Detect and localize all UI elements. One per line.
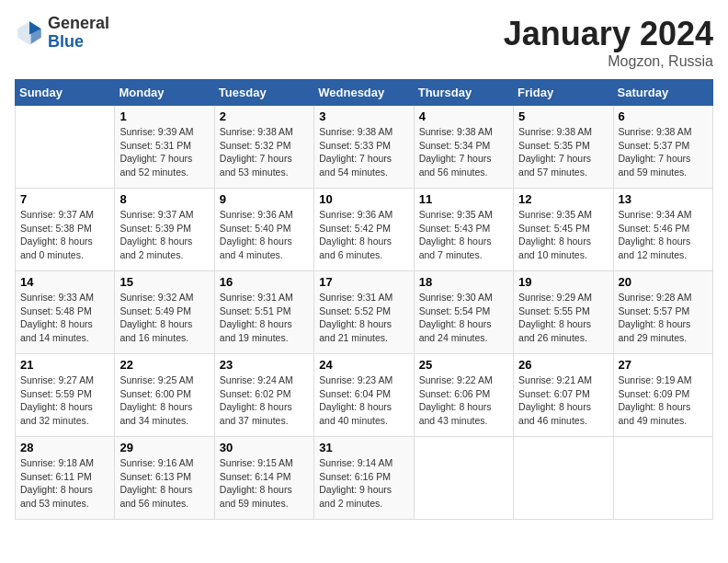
calendar-cell: 13Sunrise: 9:34 AM Sunset: 5:46 PM Dayli… bbox=[613, 189, 712, 271]
calendar-cell: 4Sunrise: 9:38 AM Sunset: 5:34 PM Daylig… bbox=[414, 106, 513, 189]
day-number: 28 bbox=[20, 441, 109, 454]
day-info: Sunrise: 9:31 AM Sunset: 5:51 PM Dayligh… bbox=[220, 291, 309, 345]
calendar-cell: 28Sunrise: 9:18 AM Sunset: 6:11 PM Dayli… bbox=[16, 437, 115, 520]
month-title: January 2024 bbox=[504, 15, 713, 53]
weekday-header: Monday bbox=[115, 80, 214, 106]
calendar-cell: 21Sunrise: 9:27 AM Sunset: 5:59 PM Dayli… bbox=[16, 354, 115, 437]
day-number: 17 bbox=[319, 275, 408, 289]
day-number: 15 bbox=[119, 275, 209, 289]
day-number: 11 bbox=[419, 192, 508, 206]
calendar-table: SundayMondayTuesdayWednesdayThursdayFrid… bbox=[15, 79, 713, 520]
day-number: 22 bbox=[119, 358, 209, 372]
day-number: 26 bbox=[518, 358, 608, 372]
calendar-cell: 14Sunrise: 9:33 AM Sunset: 5:48 PM Dayli… bbox=[16, 271, 115, 354]
day-info: Sunrise: 9:28 AM Sunset: 5:57 PM Dayligh… bbox=[619, 291, 708, 345]
weekday-header: Sunday bbox=[16, 80, 115, 106]
logo-icon bbox=[15, 18, 44, 48]
calendar-cell: 19Sunrise: 9:29 AM Sunset: 5:55 PM Dayli… bbox=[514, 271, 613, 354]
day-info: Sunrise: 9:15 AM Sunset: 6:14 PM Dayligh… bbox=[220, 456, 309, 511]
calendar-week-row: 28Sunrise: 9:18 AM Sunset: 6:11 PM Dayli… bbox=[16, 437, 713, 520]
day-info: Sunrise: 9:19 AM Sunset: 6:09 PM Dayligh… bbox=[619, 373, 708, 428]
day-number: 14 bbox=[20, 275, 109, 289]
calendar-cell: 18Sunrise: 9:30 AM Sunset: 5:54 PM Dayli… bbox=[414, 271, 513, 354]
weekday-header: Friday bbox=[514, 80, 613, 106]
day-info: Sunrise: 9:25 AM Sunset: 6:00 PM Dayligh… bbox=[119, 373, 209, 428]
day-info: Sunrise: 9:37 AM Sunset: 5:38 PM Dayligh… bbox=[20, 208, 109, 262]
calendar-cell: 24Sunrise: 9:23 AM Sunset: 6:04 PM Dayli… bbox=[314, 354, 414, 437]
day-number: 16 bbox=[220, 275, 309, 289]
day-number: 13 bbox=[619, 192, 708, 206]
calendar-cell: 27Sunrise: 9:19 AM Sunset: 6:09 PM Dayli… bbox=[613, 354, 712, 437]
title-section: January 2024 Mogzon, Russia bbox=[504, 15, 713, 70]
day-number: 20 bbox=[619, 275, 708, 289]
day-info: Sunrise: 9:16 AM Sunset: 6:13 PM Dayligh… bbox=[119, 456, 209, 511]
day-number: 21 bbox=[20, 358, 109, 372]
calendar-cell: 29Sunrise: 9:16 AM Sunset: 6:13 PM Dayli… bbox=[115, 437, 214, 520]
day-number: 7 bbox=[20, 192, 109, 206]
calendar-body: 1Sunrise: 9:39 AM Sunset: 5:31 PM Daylig… bbox=[16, 106, 713, 520]
day-info: Sunrise: 9:23 AM Sunset: 6:04 PM Dayligh… bbox=[319, 373, 408, 428]
logo: General Blue bbox=[15, 15, 109, 52]
day-info: Sunrise: 9:35 AM Sunset: 5:45 PM Dayligh… bbox=[518, 208, 608, 262]
calendar-cell: 8Sunrise: 9:37 AM Sunset: 5:39 PM Daylig… bbox=[115, 189, 214, 271]
calendar-cell: 3Sunrise: 9:38 AM Sunset: 5:33 PM Daylig… bbox=[314, 106, 414, 189]
calendar-cell: 30Sunrise: 9:15 AM Sunset: 6:14 PM Dayli… bbox=[214, 437, 313, 520]
calendar-cell bbox=[16, 106, 115, 189]
calendar-header: SundayMondayTuesdayWednesdayThursdayFrid… bbox=[16, 80, 713, 106]
day-number: 19 bbox=[518, 275, 608, 289]
calendar-cell: 10Sunrise: 9:36 AM Sunset: 5:42 PM Dayli… bbox=[314, 189, 414, 271]
calendar-cell: 16Sunrise: 9:31 AM Sunset: 5:51 PM Dayli… bbox=[214, 271, 313, 354]
calendar-cell: 26Sunrise: 9:21 AM Sunset: 6:07 PM Dayli… bbox=[514, 354, 613, 437]
day-info: Sunrise: 9:38 AM Sunset: 5:34 PM Dayligh… bbox=[419, 125, 508, 179]
day-number: 18 bbox=[419, 275, 508, 289]
weekday-header: Tuesday bbox=[214, 80, 313, 106]
day-number: 27 bbox=[619, 358, 708, 372]
calendar-cell: 20Sunrise: 9:28 AM Sunset: 5:57 PM Dayli… bbox=[613, 271, 712, 354]
day-number: 5 bbox=[518, 109, 608, 123]
calendar-cell: 1Sunrise: 9:39 AM Sunset: 5:31 PM Daylig… bbox=[115, 106, 214, 189]
day-info: Sunrise: 9:14 AM Sunset: 6:16 PM Dayligh… bbox=[319, 456, 408, 511]
calendar-cell: 5Sunrise: 9:38 AM Sunset: 5:35 PM Daylig… bbox=[514, 106, 613, 189]
calendar-cell: 12Sunrise: 9:35 AM Sunset: 5:45 PM Dayli… bbox=[514, 189, 613, 271]
calendar-cell: 7Sunrise: 9:37 AM Sunset: 5:38 PM Daylig… bbox=[16, 189, 115, 271]
day-number: 6 bbox=[619, 109, 708, 123]
calendar-cell bbox=[613, 437, 712, 520]
day-info: Sunrise: 9:22 AM Sunset: 6:06 PM Dayligh… bbox=[419, 373, 508, 428]
calendar-cell: 17Sunrise: 9:31 AM Sunset: 5:52 PM Dayli… bbox=[314, 271, 414, 354]
day-number: 23 bbox=[220, 358, 309, 372]
day-number: 1 bbox=[119, 109, 209, 123]
day-number: 30 bbox=[220, 441, 309, 454]
logo-blue-text: Blue bbox=[48, 33, 109, 52]
calendar-week-row: 21Sunrise: 9:27 AM Sunset: 5:59 PM Dayli… bbox=[16, 354, 713, 437]
weekday-row: SundayMondayTuesdayWednesdayThursdayFrid… bbox=[16, 80, 713, 106]
day-info: Sunrise: 9:38 AM Sunset: 5:37 PM Dayligh… bbox=[619, 125, 708, 179]
day-number: 10 bbox=[319, 192, 408, 206]
day-info: Sunrise: 9:33 AM Sunset: 5:48 PM Dayligh… bbox=[20, 291, 109, 345]
day-number: 24 bbox=[319, 358, 408, 372]
logo-text: General Blue bbox=[48, 15, 109, 52]
calendar-cell: 23Sunrise: 9:24 AM Sunset: 6:02 PM Dayli… bbox=[214, 354, 313, 437]
day-info: Sunrise: 9:31 AM Sunset: 5:52 PM Dayligh… bbox=[319, 291, 408, 345]
day-info: Sunrise: 9:35 AM Sunset: 5:43 PM Dayligh… bbox=[419, 208, 508, 262]
header: General Blue January 2024 Mogzon, Russia bbox=[15, 15, 713, 70]
day-number: 4 bbox=[419, 109, 508, 123]
calendar-week-row: 14Sunrise: 9:33 AM Sunset: 5:48 PM Dayli… bbox=[16, 271, 713, 354]
weekday-header: Thursday bbox=[414, 80, 513, 106]
day-number: 31 bbox=[319, 441, 408, 454]
day-info: Sunrise: 9:38 AM Sunset: 5:33 PM Dayligh… bbox=[319, 125, 408, 179]
weekday-header: Wednesday bbox=[314, 80, 414, 106]
day-number: 2 bbox=[220, 109, 309, 123]
day-info: Sunrise: 9:38 AM Sunset: 5:35 PM Dayligh… bbox=[518, 125, 608, 179]
logo-general-text: General bbox=[48, 15, 109, 33]
day-info: Sunrise: 9:34 AM Sunset: 5:46 PM Dayligh… bbox=[619, 208, 708, 262]
calendar-cell bbox=[514, 437, 613, 520]
day-number: 29 bbox=[119, 441, 209, 454]
calendar-cell: 22Sunrise: 9:25 AM Sunset: 6:00 PM Dayli… bbox=[115, 354, 214, 437]
day-info: Sunrise: 9:18 AM Sunset: 6:11 PM Dayligh… bbox=[20, 456, 109, 511]
calendar-cell: 25Sunrise: 9:22 AM Sunset: 6:06 PM Dayli… bbox=[414, 354, 513, 437]
location-title: Mogzon, Russia bbox=[504, 53, 713, 70]
weekday-header: Saturday bbox=[613, 80, 712, 106]
day-info: Sunrise: 9:27 AM Sunset: 5:59 PM Dayligh… bbox=[20, 373, 109, 428]
day-number: 9 bbox=[220, 192, 309, 206]
calendar-cell: 6Sunrise: 9:38 AM Sunset: 5:37 PM Daylig… bbox=[613, 106, 712, 189]
